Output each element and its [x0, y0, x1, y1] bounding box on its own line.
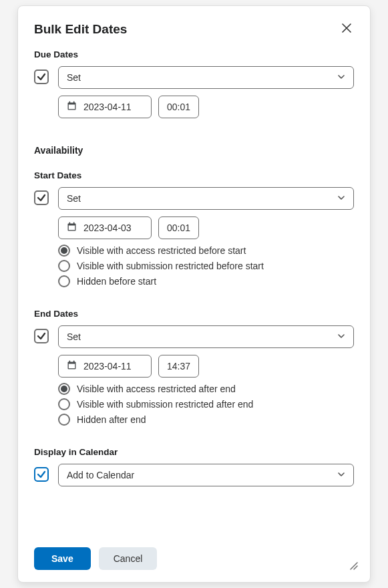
start-dates-action-select[interactable]: Set	[58, 187, 354, 210]
start-date-input[interactable]: 2023-04-03	[58, 216, 152, 239]
start-date-value: 2023-04-03	[83, 223, 132, 233]
calendar-icon	[67, 360, 77, 372]
start-radio-hidden[interactable]: Hidden before start	[58, 275, 354, 287]
end-date-input[interactable]: 2023-04-11	[58, 355, 152, 378]
calendar-icon	[67, 222, 77, 234]
svg-rect-6	[69, 223, 71, 225]
modal-header: Bulk Edit Dates	[34, 21, 354, 37]
start-dates-section: Start Dates Set 2023-04-03	[34, 168, 354, 287]
calendar-action-value: Add to Calendar	[67, 470, 134, 480]
radio-icon	[58, 383, 70, 395]
due-date-value: 2023-04-11	[83, 102, 132, 112]
end-date-value: 2023-04-11	[83, 361, 132, 372]
end-radio-hidden[interactable]: Hidden after end	[58, 414, 354, 426]
end-time-input[interactable]: 14:37	[158, 355, 199, 378]
availability-header: Availability	[34, 145, 354, 156]
cancel-button[interactable]: Cancel	[99, 547, 158, 570]
end-dates-label: End Dates	[34, 309, 354, 319]
due-time-value: 00:01	[167, 102, 190, 112]
due-date-input[interactable]: 2023-04-11	[58, 96, 152, 118]
chevron-down-icon	[337, 193, 345, 204]
close-button[interactable]	[339, 21, 354, 37]
due-dates-action-value: Set	[67, 72, 81, 83]
save-button[interactable]: Save	[34, 547, 91, 570]
start-dates-action-value: Set	[67, 193, 81, 204]
svg-rect-9	[69, 364, 75, 369]
start-radio-access-restricted[interactable]: Visible with access restricted before st…	[58, 245, 354, 257]
calendar-icon	[67, 101, 77, 113]
end-dates-checkbox[interactable]	[34, 329, 49, 343]
modal-title: Bulk Edit Dates	[34, 22, 127, 37]
end-dates-action-select[interactable]: Set	[58, 325, 354, 348]
start-radio-submission-restricted[interactable]: Visible with submission restricted befor…	[58, 260, 354, 272]
radio-icon	[58, 398, 70, 410]
calendar-label: Display in Calendar	[34, 447, 354, 457]
end-radio-submission-restricted[interactable]: Visible with submission restricted after…	[58, 398, 354, 410]
radio-icon	[58, 260, 70, 272]
start-dates-radio-group: Visible with access restricted before st…	[58, 245, 354, 287]
start-dates-label: Start Dates	[34, 170, 354, 180]
svg-rect-11	[73, 361, 75, 363]
end-dates-section: End Dates Set 2023-04-11	[34, 306, 354, 426]
start-radio-label-2: Hidden before start	[77, 276, 156, 287]
due-time-input[interactable]: 00:01	[158, 96, 199, 118]
svg-rect-10	[69, 361, 71, 363]
due-dates-section: Due Dates Set 2023-04-11	[34, 47, 354, 118]
radio-icon	[58, 245, 70, 257]
start-time-input[interactable]: 00:01	[158, 216, 199, 239]
end-time-value: 14:37	[167, 361, 190, 372]
chevron-down-icon	[337, 470, 345, 480]
radio-icon	[58, 414, 70, 426]
resize-handle[interactable]	[349, 561, 358, 573]
end-radio-label-2: Hidden after end	[77, 414, 146, 425]
svg-rect-2	[69, 102, 71, 104]
calendar-section: Display in Calendar Add to Calendar	[34, 444, 354, 486]
due-dates-checkbox[interactable]	[34, 69, 49, 84]
chevron-down-icon	[337, 331, 345, 342]
calendar-checkbox[interactable]	[34, 467, 49, 482]
start-radio-label-1: Visible with submission restricted befor…	[77, 261, 264, 271]
end-radio-label-0: Visible with access restricted after end	[77, 384, 236, 394]
close-icon	[342, 23, 351, 35]
radio-icon	[58, 275, 70, 287]
end-radio-label-1: Visible with submission restricted after…	[77, 399, 253, 410]
end-dates-action-value: Set	[67, 331, 81, 342]
due-dates-label: Due Dates	[34, 49, 354, 59]
end-radio-access-restricted[interactable]: Visible with access restricted after end	[58, 383, 354, 395]
chevron-down-icon	[337, 72, 345, 83]
start-radio-label-0: Visible with access restricted before st…	[77, 245, 246, 256]
svg-rect-5	[69, 226, 75, 231]
bulk-edit-dates-modal: Bulk Edit Dates Due Dates Set	[17, 5, 371, 583]
calendar-action-select[interactable]: Add to Calendar	[58, 464, 354, 486]
svg-rect-7	[73, 223, 75, 225]
svg-rect-1	[69, 105, 75, 110]
start-dates-checkbox[interactable]	[34, 190, 49, 205]
svg-rect-3	[73, 102, 75, 104]
start-time-value: 00:01	[167, 223, 190, 233]
due-dates-action-select[interactable]: Set	[58, 66, 354, 89]
end-dates-radio-group: Visible with access restricted after end…	[58, 383, 354, 426]
modal-footer: Save Cancel	[34, 534, 354, 570]
